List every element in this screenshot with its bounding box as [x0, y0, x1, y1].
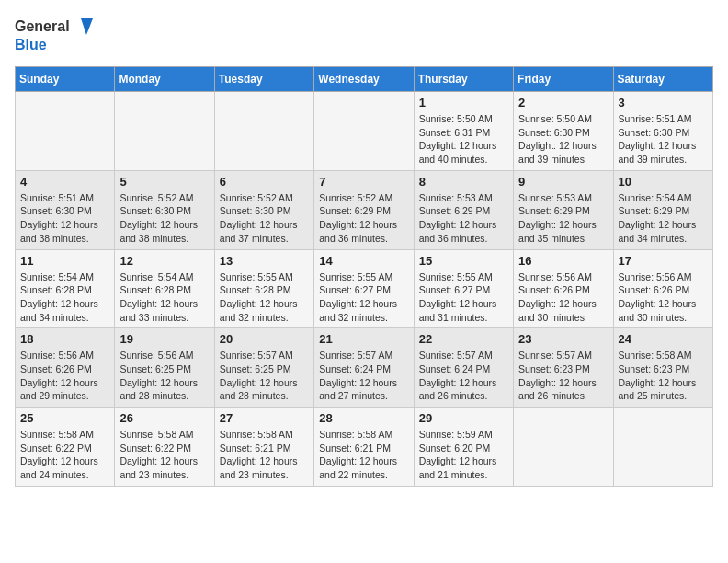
logo-icon: GeneralBlue — [15, 15, 107, 55]
calendar-day-cell: 15Sunrise: 5:55 AM Sunset: 6:27 PM Dayli… — [414, 249, 513, 328]
svg-text:General: General — [15, 18, 70, 34]
day-number: 5 — [119, 175, 209, 189]
day-number: 2 — [518, 96, 608, 109]
calendar-week-row: 18Sunrise: 5:56 AM Sunset: 6:26 PM Dayli… — [16, 328, 713, 408]
calendar-header-row: SundayMondayTuesdayWednesdayThursdayFrid… — [16, 67, 713, 92]
day-number: 22 — [419, 332, 508, 346]
svg-text:Blue: Blue — [15, 37, 47, 52]
calendar-day-cell: 29Sunrise: 5:59 AM Sunset: 6:20 PM Dayli… — [414, 408, 513, 487]
calendar-day-cell — [514, 408, 613, 487]
day-number: 18 — [20, 332, 109, 346]
day-info: Sunrise: 5:59 AM Sunset: 6:20 PM Dayligh… — [419, 428, 508, 482]
day-number: 19 — [119, 332, 209, 346]
day-info: Sunrise: 5:55 AM Sunset: 6:28 PM Dayligh… — [220, 270, 309, 325]
calendar-day-cell: 20Sunrise: 5:57 AM Sunset: 6:25 PM Dayli… — [214, 328, 313, 408]
day-number: 17 — [619, 254, 708, 268]
calendar-day-cell: 25Sunrise: 5:58 AM Sunset: 6:22 PM Dayli… — [16, 408, 115, 487]
calendar-day-cell: 4Sunrise: 5:51 AM Sunset: 6:30 PM Daylig… — [16, 170, 115, 249]
day-info: Sunrise: 5:56 AM Sunset: 6:26 PM Dayligh… — [20, 349, 109, 403]
calendar-day-cell — [115, 92, 214, 171]
calendar-day-cell: 16Sunrise: 5:56 AM Sunset: 6:26 PM Dayli… — [514, 249, 613, 328]
calendar-day-cell: 28Sunrise: 5:58 AM Sunset: 6:21 PM Dayli… — [314, 408, 414, 487]
day-info: Sunrise: 5:56 AM Sunset: 6:26 PM Dayligh… — [619, 270, 708, 325]
day-number: 7 — [319, 175, 408, 189]
day-number: 14 — [319, 254, 408, 268]
day-number: 27 — [220, 411, 309, 425]
day-info: Sunrise: 5:52 AM Sunset: 6:30 PM Dayligh… — [119, 191, 209, 246]
day-number: 24 — [619, 332, 708, 346]
logo: GeneralBlue — [15, 15, 107, 55]
calendar-week-row: 25Sunrise: 5:58 AM Sunset: 6:22 PM Dayli… — [16, 408, 713, 487]
calendar-day-cell: 2Sunrise: 5:50 AM Sunset: 6:30 PM Daylig… — [514, 92, 613, 171]
day-info: Sunrise: 5:58 AM Sunset: 6:21 PM Dayligh… — [220, 428, 309, 482]
calendar-day-cell: 10Sunrise: 5:54 AM Sunset: 6:29 PM Dayli… — [613, 170, 712, 249]
calendar-day-cell — [214, 92, 313, 171]
calendar-week-row: 11Sunrise: 5:54 AM Sunset: 6:28 PM Dayli… — [16, 249, 713, 328]
day-number: 8 — [419, 175, 508, 189]
day-of-week-header: Tuesday — [214, 67, 313, 92]
calendar-day-cell — [613, 408, 712, 487]
day-of-week-header: Thursday — [414, 67, 513, 92]
day-number: 16 — [518, 254, 608, 268]
day-of-week-header: Saturday — [613, 67, 712, 92]
day-number: 28 — [319, 411, 408, 425]
calendar-day-cell: 17Sunrise: 5:56 AM Sunset: 6:26 PM Dayli… — [613, 249, 712, 328]
day-number: 29 — [419, 411, 508, 425]
calendar-day-cell: 6Sunrise: 5:52 AM Sunset: 6:30 PM Daylig… — [214, 170, 313, 249]
day-number: 12 — [119, 254, 209, 268]
day-info: Sunrise: 5:54 AM Sunset: 6:28 PM Dayligh… — [119, 270, 209, 325]
day-info: Sunrise: 5:53 AM Sunset: 6:29 PM Dayligh… — [518, 191, 608, 246]
calendar-day-cell: 22Sunrise: 5:57 AM Sunset: 6:24 PM Dayli… — [414, 328, 513, 408]
calendar-table: SundayMondayTuesdayWednesdayThursdayFrid… — [15, 66, 713, 487]
calendar-week-row: 1Sunrise: 5:50 AM Sunset: 6:31 PM Daylig… — [16, 92, 713, 171]
calendar-day-cell: 8Sunrise: 5:53 AM Sunset: 6:29 PM Daylig… — [414, 170, 513, 249]
day-number: 13 — [220, 254, 309, 268]
day-info: Sunrise: 5:55 AM Sunset: 6:27 PM Dayligh… — [419, 270, 508, 325]
day-info: Sunrise: 5:57 AM Sunset: 6:24 PM Dayligh… — [319, 349, 408, 403]
calendar-day-cell — [16, 92, 115, 171]
day-info: Sunrise: 5:54 AM Sunset: 6:28 PM Dayligh… — [20, 270, 109, 325]
calendar-day-cell: 27Sunrise: 5:58 AM Sunset: 6:21 PM Dayli… — [214, 408, 313, 487]
day-number: 25 — [20, 411, 109, 425]
day-number: 4 — [20, 175, 109, 189]
calendar-day-cell: 26Sunrise: 5:58 AM Sunset: 6:22 PM Dayli… — [115, 408, 214, 487]
day-info: Sunrise: 5:54 AM Sunset: 6:29 PM Dayligh… — [619, 191, 708, 246]
day-number: 20 — [220, 332, 309, 346]
day-number: 26 — [119, 411, 209, 425]
calendar-day-cell: 12Sunrise: 5:54 AM Sunset: 6:28 PM Dayli… — [115, 249, 214, 328]
day-number: 11 — [20, 254, 109, 268]
calendar-day-cell: 19Sunrise: 5:56 AM Sunset: 6:25 PM Dayli… — [115, 328, 214, 408]
day-info: Sunrise: 5:51 AM Sunset: 6:30 PM Dayligh… — [20, 191, 109, 246]
page-header: GeneralBlue — [15, 15, 713, 55]
calendar-day-cell: 1Sunrise: 5:50 AM Sunset: 6:31 PM Daylig… — [414, 92, 513, 171]
calendar-day-cell: 9Sunrise: 5:53 AM Sunset: 6:29 PM Daylig… — [514, 170, 613, 249]
svg-marker-2 — [81, 18, 93, 35]
day-info: Sunrise: 5:50 AM Sunset: 6:30 PM Dayligh… — [518, 112, 608, 167]
day-info: Sunrise: 5:57 AM Sunset: 6:23 PM Dayligh… — [518, 349, 608, 403]
day-number: 21 — [319, 332, 408, 346]
day-info: Sunrise: 5:58 AM Sunset: 6:23 PM Dayligh… — [619, 349, 708, 403]
calendar-day-cell: 18Sunrise: 5:56 AM Sunset: 6:26 PM Dayli… — [16, 328, 115, 408]
day-info: Sunrise: 5:51 AM Sunset: 6:30 PM Dayligh… — [619, 112, 708, 167]
calendar-day-cell: 23Sunrise: 5:57 AM Sunset: 6:23 PM Dayli… — [514, 328, 613, 408]
day-number: 15 — [419, 254, 508, 268]
day-number: 23 — [518, 332, 608, 346]
calendar-day-cell: 7Sunrise: 5:52 AM Sunset: 6:29 PM Daylig… — [314, 170, 414, 249]
calendar-day-cell: 24Sunrise: 5:58 AM Sunset: 6:23 PM Dayli… — [613, 328, 712, 408]
day-info: Sunrise: 5:53 AM Sunset: 6:29 PM Dayligh… — [419, 191, 508, 246]
calendar-day-cell — [314, 92, 414, 171]
day-info: Sunrise: 5:56 AM Sunset: 6:26 PM Dayligh… — [518, 270, 608, 325]
day-of-week-header: Sunday — [16, 67, 115, 92]
calendar-day-cell: 11Sunrise: 5:54 AM Sunset: 6:28 PM Dayli… — [16, 249, 115, 328]
day-of-week-header: Wednesday — [314, 67, 414, 92]
day-info: Sunrise: 5:56 AM Sunset: 6:25 PM Dayligh… — [119, 349, 209, 403]
day-number: 3 — [619, 96, 708, 109]
day-info: Sunrise: 5:57 AM Sunset: 6:24 PM Dayligh… — [419, 349, 508, 403]
day-number: 10 — [619, 175, 708, 189]
day-info: Sunrise: 5:58 AM Sunset: 6:22 PM Dayligh… — [119, 428, 209, 482]
day-info: Sunrise: 5:52 AM Sunset: 6:30 PM Dayligh… — [220, 191, 309, 246]
day-of-week-header: Friday — [514, 67, 613, 92]
day-info: Sunrise: 5:57 AM Sunset: 6:25 PM Dayligh… — [220, 349, 309, 403]
day-info: Sunrise: 5:55 AM Sunset: 6:27 PM Dayligh… — [319, 270, 408, 325]
calendar-day-cell: 3Sunrise: 5:51 AM Sunset: 6:30 PM Daylig… — [613, 92, 712, 171]
